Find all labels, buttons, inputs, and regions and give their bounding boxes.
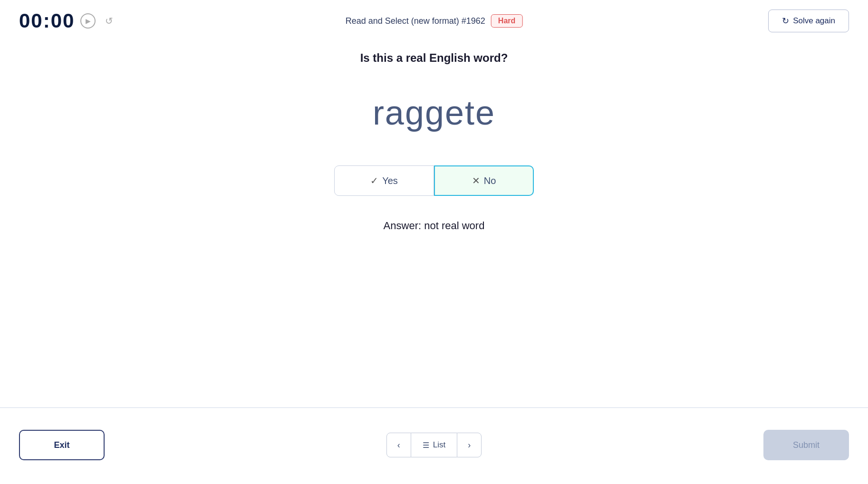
prev-icon: ‹ bbox=[397, 440, 400, 450]
footer: Exit ‹ ☰ List › Submit bbox=[0, 430, 868, 460]
question-text: Is this a real English word? bbox=[360, 51, 508, 65]
solve-again-button[interactable]: ↻ Solve again bbox=[768, 10, 849, 32]
timer-section: 00:00 ▶ ↺ bbox=[19, 10, 116, 32]
yes-label: Yes bbox=[382, 175, 398, 186]
submit-button[interactable]: Submit bbox=[763, 430, 849, 460]
list-icon: ☰ bbox=[423, 441, 429, 450]
play-button[interactable]: ▶ bbox=[80, 13, 96, 29]
checkmark-icon: ✓ bbox=[370, 175, 378, 186]
difficulty-badge: Hard bbox=[491, 14, 522, 28]
list-label: List bbox=[433, 440, 445, 450]
main-content: Is this a real English word? raggete ✓ Y… bbox=[0, 42, 868, 251]
title-section: Read and Select (new format) #1962 Hard bbox=[346, 14, 523, 28]
prev-button[interactable]: ‹ bbox=[386, 433, 411, 457]
next-icon: › bbox=[468, 440, 471, 450]
exercise-title: Read and Select (new format) #1962 bbox=[346, 16, 485, 26]
answer-buttons: ✓ Yes ✕ No bbox=[334, 165, 534, 196]
play-icon: ▶ bbox=[86, 17, 91, 25]
navigation-section: ‹ ☰ List › bbox=[386, 433, 482, 457]
refresh-icon: ↻ bbox=[782, 16, 789, 26]
list-button[interactable]: ☰ List bbox=[411, 433, 457, 457]
header: 00:00 ▶ ↺ Read and Select (new format) #… bbox=[0, 0, 868, 42]
divider bbox=[0, 407, 868, 408]
no-label: No bbox=[484, 175, 496, 186]
timer-display: 00:00 bbox=[19, 10, 75, 32]
reset-button[interactable]: ↺ bbox=[101, 13, 116, 29]
xmark-icon: ✕ bbox=[472, 175, 480, 186]
answer-result: Answer: not real word bbox=[384, 220, 485, 232]
reset-icon: ↺ bbox=[105, 15, 113, 27]
next-button[interactable]: › bbox=[457, 433, 482, 457]
exit-button[interactable]: Exit bbox=[19, 430, 105, 460]
yes-button[interactable]: ✓ Yes bbox=[334, 165, 434, 196]
solve-again-label: Solve again bbox=[793, 16, 835, 26]
word-display: raggete bbox=[373, 93, 495, 132]
no-button[interactable]: ✕ No bbox=[434, 165, 534, 196]
